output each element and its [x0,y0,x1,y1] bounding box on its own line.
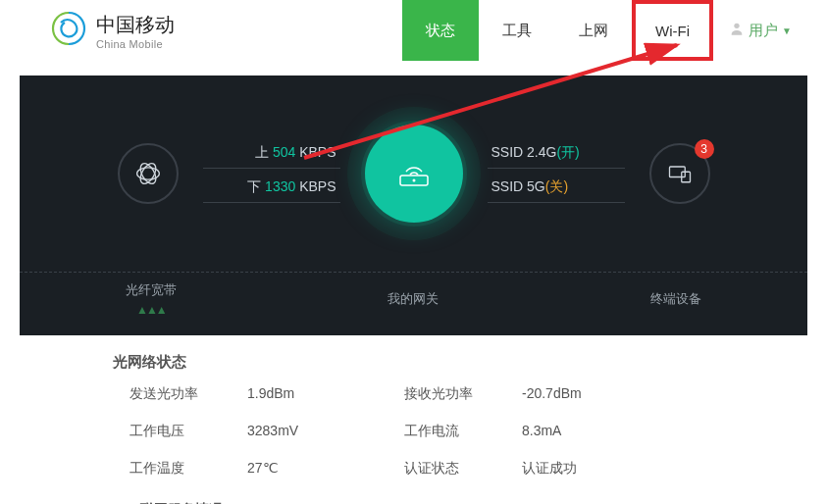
voltage-label: 工作电压 [129,423,237,440]
current-label: 工作电流 [404,423,512,440]
ssid5-label: SSID 5G [491,178,545,194]
user-icon [729,21,745,40]
user-menu[interactable]: 用户 ▼ [713,0,807,61]
nav-tools[interactable]: 工具 [479,0,555,61]
auth-label: 认证状态 [404,460,512,478]
hero-footer: 光纤宽带▲▲▲ 我的网关 终端设备 [20,272,807,326]
devices-node-icon: 3 [649,143,710,204]
main-nav: 状态 工具 上网 Wi-Fi 用户 ▼ [402,0,807,61]
footer-fiber: 光纤宽带 [126,281,177,299]
auth-value: 认证成功 [522,460,669,478]
header: 中国移动 China Mobile 状态 工具 上网 Wi-Fi 用户 ▼ [0,0,827,61]
down-prefix: 下 [247,178,261,194]
down-value: 1330 [265,178,295,194]
gateway-node-icon [365,125,463,223]
voltage-value: 3283mV [247,423,394,440]
ssid24-state: (开) [556,144,579,160]
rx-power-value: -20.7dBm [522,385,669,403]
nav-wifi[interactable]: Wi-Fi [632,0,713,61]
ssid5-state: (关) [545,178,568,194]
up-prefix: 上 [255,144,269,160]
status-hero: 上 504 KBPS 下 1330 KBPS SSID 2.4G(开) SSID… [20,76,807,335]
svg-point-4 [137,161,159,186]
footer-devices: 终端设备 [650,290,701,308]
tx-power-label: 发送光功率 [129,385,237,403]
china-mobile-logo-icon [49,9,88,53]
svg-point-6 [412,179,415,182]
temp-value: 27℃ [247,460,394,478]
optical-stats-grid: 发送光功率 1.9dBm 接收光功率 -20.7dBm 工作电压 3283mV … [129,385,827,478]
rx-power-label: 接收光功率 [404,385,512,403]
svg-point-1 [734,24,739,28]
bandwidth-col: 上 504 KBPS 下 1330 KBPS [203,144,340,203]
logo-text-en: China Mobile [96,38,175,50]
up-unit: KBPS [299,144,336,160]
tx-power-value: 1.9dBm [247,385,394,403]
device-count-badge: 3 [695,139,714,159]
footer-gateway: 我的网关 [388,290,439,308]
user-label: 用户 [749,22,778,40]
current-value: 8.3mA [522,423,669,440]
optical-status-title: 光网络状态 [113,353,827,372]
up-arrows-icon: ▲▲▲ [136,303,166,317]
temp-label: 工作温度 [129,460,237,478]
down-unit: KBPS [299,178,336,194]
nav-status[interactable]: 状态 [402,0,479,61]
ssid-col: SSID 2.4G(开) SSID 5G(关) [488,144,625,203]
nav-internet[interactable]: 上网 [555,0,632,61]
fiber-node-icon [118,143,179,204]
logo: 中国移动 China Mobile [49,9,175,53]
caret-down-icon: ▼ [782,25,792,36]
logo-text-cn: 中国移动 [96,12,175,38]
up-value: 504 [273,144,295,160]
ssid24-label: SSID 2.4G [491,144,557,160]
